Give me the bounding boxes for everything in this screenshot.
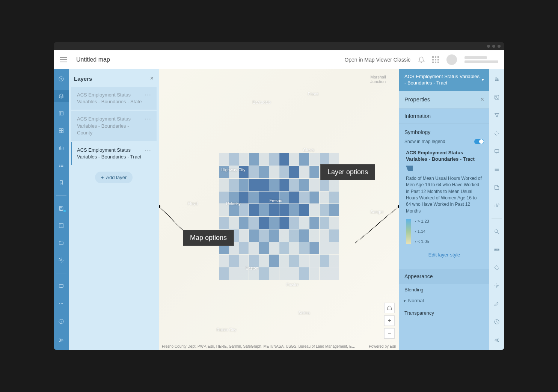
svg-point-7 <box>60 259 62 261</box>
fields-icon[interactable] <box>489 163 504 176</box>
blending-label: Blending <box>399 284 489 296</box>
properties-title: Properties <box>404 96 430 103</box>
settings-icon[interactable] <box>54 254 69 266</box>
information-section[interactable]: Information <box>399 109 489 124</box>
svg-point-14 <box>497 79 498 80</box>
map-canvas[interactable]: Fresno Clovis Easton Fowler Selma Sanger… <box>159 69 399 350</box>
filter-icon[interactable] <box>489 109 504 122</box>
info-icon[interactable] <box>54 315 69 328</box>
layers-icon[interactable] <box>54 90 69 102</box>
avatar[interactable] <box>446 54 457 65</box>
effects-icon[interactable] <box>489 127 504 140</box>
layer-label: ACS Employment Status Variables - Bounda… <box>77 147 145 160</box>
legend-toggle[interactable] <box>474 139 484 144</box>
svg-rect-3 <box>62 129 63 131</box>
callout-layer-options: Layer options <box>320 164 375 180</box>
directions-icon[interactable] <box>489 261 504 274</box>
layer-item[interactable]: ACS Employment Status Variables - Bounda… <box>71 111 157 141</box>
layer-label: ACS Employment Status Variables - Bounda… <box>77 116 145 136</box>
color-ramp <box>406 219 411 244</box>
user-info <box>464 56 498 63</box>
popup-icon[interactable] <box>489 145 504 158</box>
map-label: Selma <box>298 311 310 315</box>
close-icon[interactable]: × <box>481 96 484 103</box>
layer-item[interactable]: ACS Employment Status Variables - Bounda… <box>71 87 157 110</box>
zoom-out-button[interactable]: − <box>384 328 395 339</box>
svg-point-9 <box>59 303 60 304</box>
collapse-icon[interactable] <box>489 333 504 347</box>
bookmark-icon[interactable] <box>54 176 69 188</box>
svg-point-19 <box>498 204 499 205</box>
symbology-description: Ratio of Mean Usual Hours Worked of Men … <box>406 175 483 214</box>
layer-label: ACS Employment Status Variables - Bounda… <box>77 92 145 105</box>
labels-icon[interactable] <box>489 181 504 194</box>
map-powered-by: Powered by Esri <box>369 344 396 348</box>
svg-point-22 <box>496 285 498 286</box>
home-button[interactable] <box>384 303 395 313</box>
map-properties-icon[interactable] <box>54 220 69 232</box>
svg-rect-8 <box>59 284 63 287</box>
svg-rect-5 <box>62 131 63 133</box>
right-rail <box>489 69 504 350</box>
map-label: Highway City <box>221 167 245 172</box>
notification-icon[interactable] <box>418 56 425 63</box>
presentation-icon[interactable] <box>54 280 69 292</box>
layers-panel-title: Layers <box>74 75 92 82</box>
blending-select[interactable]: Normal <box>399 296 489 305</box>
layer-swatch-icon <box>406 166 413 171</box>
zoom-in-button[interactable]: + <box>384 315 395 326</box>
chevron-down-icon: ▾ <box>482 77 484 82</box>
map-attribution: Fresno County Dept. PWP, Esri, HERE, Gar… <box>162 344 356 348</box>
map-label: Marshall Junction <box>370 75 399 84</box>
measure-icon[interactable] <box>489 243 504 256</box>
layer-item[interactable]: ACS Employment Status Variables - Bounda… <box>71 142 157 165</box>
save-icon[interactable] <box>54 202 69 214</box>
window-dot <box>498 45 501 48</box>
map-label: Raisin City <box>217 327 237 332</box>
add-layer-button[interactable]: + Add layer <box>95 172 133 183</box>
map-label: Clovis <box>303 148 314 152</box>
map-label: Polasky <box>226 201 241 206</box>
map-title[interactable]: Untitled map <box>76 56 110 63</box>
tables-icon[interactable] <box>54 107 69 119</box>
svg-point-20 <box>495 230 498 233</box>
more-icon[interactable] <box>54 297 69 309</box>
map-label: Fowler <box>286 282 299 287</box>
map-label: Sanger <box>370 210 383 214</box>
map-label: Barksdale <box>253 100 271 104</box>
time-icon[interactable] <box>489 315 504 328</box>
folder-icon[interactable] <box>54 237 69 249</box>
location-icon[interactable] <box>489 279 504 292</box>
search-icon[interactable] <box>489 225 504 238</box>
map-label: Friant <box>308 92 318 96</box>
apps-icon[interactable] <box>432 56 439 63</box>
window-titlebar <box>54 42 504 50</box>
aggregation-icon[interactable] <box>489 199 504 212</box>
color-ramp-legend: > 1.23 1.14 < 1.05 <box>406 219 483 244</box>
edit-layer-style-link[interactable]: Edit layer style <box>404 247 484 264</box>
layer-options-icon[interactable]: ··· <box>145 147 151 154</box>
close-icon[interactable]: × <box>150 75 154 82</box>
expand-icon[interactable] <box>54 333 69 347</box>
properties-layer-selector[interactable]: ACS Employment Status Variables - Bounda… <box>399 69 489 91</box>
layer-options-icon[interactable]: ··· <box>145 92 151 98</box>
svg-rect-4 <box>59 131 61 133</box>
configure-icon[interactable] <box>489 73 504 86</box>
svg-point-10 <box>61 303 62 304</box>
callout-map-options: Map options <box>183 230 234 246</box>
styles-icon[interactable] <box>489 91 504 104</box>
menu-icon[interactable] <box>60 57 67 62</box>
map-label: Easton <box>245 266 258 270</box>
open-classic-link[interactable]: Open in Map Viewer Classic <box>344 57 410 63</box>
legend-icon[interactable] <box>54 159 69 171</box>
add-icon[interactable] <box>54 73 69 85</box>
layer-options-icon[interactable]: ··· <box>145 116 151 122</box>
svg-point-17 <box>496 96 497 97</box>
legend-toggle-label: Show in map legend <box>404 139 445 144</box>
topbar: Untitled map Open in Map Viewer Classic <box>54 50 504 69</box>
edit-icon[interactable] <box>489 297 504 310</box>
properties-panel: ACS Employment Status Variables - Bounda… <box>399 69 489 350</box>
map-label: Fresno <box>269 198 282 203</box>
basemap-icon[interactable] <box>54 125 69 137</box>
charts-icon[interactable] <box>54 142 69 154</box>
